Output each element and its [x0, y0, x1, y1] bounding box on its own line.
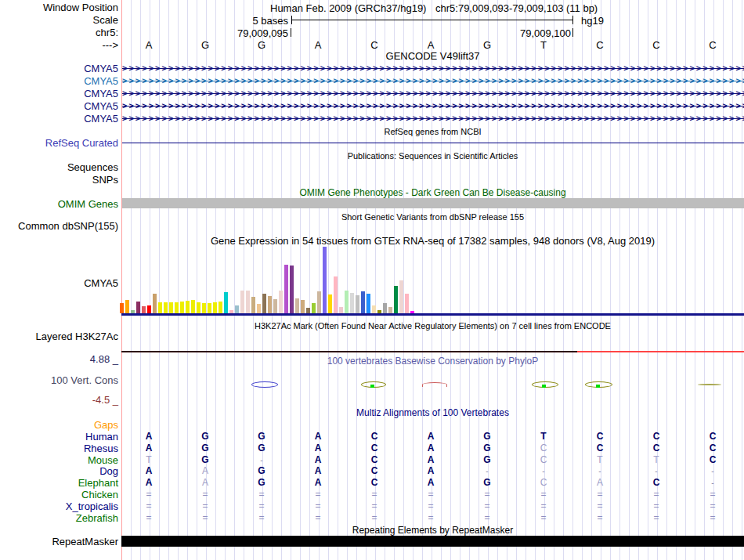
gtex-tissue-bar[interactable] [350, 293, 354, 313]
reference-base: A [290, 40, 346, 50]
multiz-aligned-base: = [572, 490, 628, 500]
multiz-aligned-base: = [177, 513, 233, 523]
gtex-tissue-bar[interactable] [164, 302, 168, 313]
gtex-tissue-bar[interactable] [191, 300, 195, 313]
repeatmasker-element-bar[interactable] [121, 536, 744, 547]
gtex-tissue-bar[interactable] [290, 266, 294, 313]
gtex-tissue-bar[interactable] [295, 298, 299, 313]
gtex-tissue-bar[interactable] [388, 307, 392, 313]
gtex-tissue-bar[interactable] [383, 303, 387, 313]
omim-genes-label[interactable]: OMIM Genes [58, 199, 118, 209]
gtex-gene-label[interactable]: CMYA5 [84, 278, 118, 288]
gtex-tissue-bar[interactable] [153, 294, 157, 313]
gtex-tissue-bar[interactable] [323, 247, 327, 313]
multiz-species-label[interactable]: Chicken [81, 490, 118, 500]
scale-bar-left-tick [291, 16, 292, 24]
multiz-aligned-base: = [290, 501, 346, 511]
repeatmasker-label[interactable]: RepeatMasker [52, 537, 118, 547]
multiz-species-label[interactable]: Rhesus [84, 443, 118, 453]
gtex-tissue-bar[interactable] [246, 291, 250, 313]
gtex-tissue-bar[interactable] [169, 302, 173, 313]
multiz-aligned-base: = [572, 501, 628, 511]
gtex-tissue-bar[interactable] [240, 291, 244, 313]
gtex-tissue-bar[interactable] [202, 303, 206, 313]
multiz-species-label[interactable]: Gaps [94, 420, 118, 430]
gtex-tissue-bar[interactable] [251, 297, 255, 313]
gtex-tissue-bar[interactable] [328, 294, 332, 313]
sequences-label[interactable]: Sequences [67, 162, 118, 172]
gtex-tissue-bar[interactable] [262, 294, 266, 313]
multiz-species-label[interactable]: X_tropicalis [66, 501, 118, 511]
gtex-tissue-bar[interactable] [339, 307, 343, 313]
gencode-gene-label[interactable]: CMYA5 [84, 63, 118, 74]
gtex-tissue-bar[interactable] [235, 305, 239, 313]
multiz-aligned-base: = [121, 501, 177, 511]
omim-gene-bar[interactable] [122, 198, 744, 208]
multiz-aligned-base: A [290, 478, 346, 488]
gtex-tissue-bar[interactable] [345, 291, 349, 313]
gencode-transcript[interactable]: >>>>>>>>>>>>>>>>>>>>>>>>>>>>>>>>>>>>>>>>… [122, 63, 744, 74]
gtex-tissue-bar[interactable] [125, 300, 129, 313]
gtex-tissue-bar[interactable] [284, 265, 288, 313]
gtex-tissue-bar[interactable] [273, 299, 277, 313]
h3k27ac-label[interactable]: Layered H3K27Ac [35, 331, 118, 341]
multiz-aligned-base: G [177, 432, 233, 442]
gencode-transcript[interactable]: >>>>>>>>>>>>>>>>>>>>>>>>>>>>>>>>>>>>>>>>… [122, 76, 744, 86]
gtex-tissue-bar[interactable] [312, 303, 316, 313]
multiz-species-label[interactable]: Human [85, 432, 118, 442]
gtex-tissue-bar[interactable] [317, 291, 321, 313]
multiz-aligned-base: C [515, 455, 572, 465]
gtex-tissue-bar[interactable] [147, 305, 151, 313]
gtex-tissue-bar[interactable] [279, 291, 283, 313]
refseq-gene-line[interactable] [122, 143, 744, 143]
multiz-aligned-base: A [403, 443, 459, 453]
gencode-gene-label[interactable]: CMYA5 [84, 76, 118, 86]
gtex-tissue-bar[interactable] [334, 276, 338, 313]
gencode-transcript[interactable]: >>>>>>>>>>>>>>>>>>>>>>>>>>>>>>>>>>>>>>>>… [122, 89, 744, 99]
gtex-tissue-bar[interactable] [372, 305, 376, 313]
phylop-min-value: -4.5 _ [92, 395, 118, 405]
gencode-transcript[interactable]: >>>>>>>>>>>>>>>>>>>>>>>>>>>>>>>>>>>>>>>>… [122, 101, 744, 111]
gtex-tissue-bar[interactable] [208, 303, 211, 313]
gencode-gene-label[interactable]: CMYA5 [84, 114, 118, 124]
refseq-curated-label[interactable]: RefSeq Curated [45, 138, 118, 148]
gtex-tissue-bar[interactable] [213, 302, 217, 313]
gtex-tissue-bar[interactable] [301, 300, 305, 313]
multiz-aligned-base: G [233, 478, 290, 488]
gencode-transcript[interactable]: >>>>>>>>>>>>>>>>>>>>>>>>>>>>>>>>>>>>>>>>… [122, 114, 744, 124]
multiz-aligned-base: = [459, 501, 515, 511]
gtex-tissue-bar[interactable] [361, 291, 365, 313]
gtex-tissue-bar[interactable] [197, 302, 200, 313]
gtex-tissue-bar[interactable] [399, 280, 403, 313]
gencode-gene-label[interactable]: CMYA5 [84, 89, 118, 99]
multiz-species-label[interactable]: Mouse [88, 455, 118, 465]
multiz-aligned-base: G [177, 443, 233, 453]
gtex-tissue-bar[interactable] [175, 302, 179, 313]
gtex-tissue-bar[interactable] [268, 296, 272, 313]
multiz-aligned-base: - [684, 466, 741, 476]
reference-base: G [177, 40, 233, 50]
gtex-tissue-bar[interactable] [367, 294, 370, 313]
gtex-tissue-bar[interactable] [136, 302, 140, 313]
multiz-species-label[interactable]: Zebrafish [76, 513, 118, 523]
gtex-tissue-bar[interactable] [306, 308, 310, 313]
gtex-tissue-bar[interactable] [180, 302, 184, 313]
gtex-tissue-bar[interactable] [394, 286, 398, 313]
gtex-tissue-bar[interactable] [356, 295, 359, 313]
multiz-aligned-base: - [233, 455, 290, 465]
phylop-label[interactable]: 100 Vert. Cons [51, 375, 118, 385]
dbsnp-label[interactable]: Common dbSNP(155) [18, 221, 118, 231]
gtex-tissue-bar[interactable] [158, 302, 162, 313]
gtex-tissue-bar[interactable] [405, 294, 409, 313]
gencode-gene-label[interactable]: CMYA5 [84, 101, 118, 111]
gtex-tissue-bar[interactable] [219, 302, 222, 313]
gtex-tissue-bar[interactable] [186, 301, 190, 313]
gtex-tissue-bar[interactable] [120, 303, 124, 313]
multiz-species-label[interactable]: Elephant [78, 478, 118, 488]
gtex-tissue-bar[interactable] [142, 306, 146, 313]
gtex-tissue-bar[interactable] [224, 292, 228, 313]
gtex-tissue-bar[interactable] [257, 304, 261, 313]
snps-label[interactable]: SNPs [92, 175, 118, 185]
multiz-species-label[interactable]: Dog [99, 466, 118, 476]
h3k27ac-bottom-line-red [577, 351, 744, 352]
